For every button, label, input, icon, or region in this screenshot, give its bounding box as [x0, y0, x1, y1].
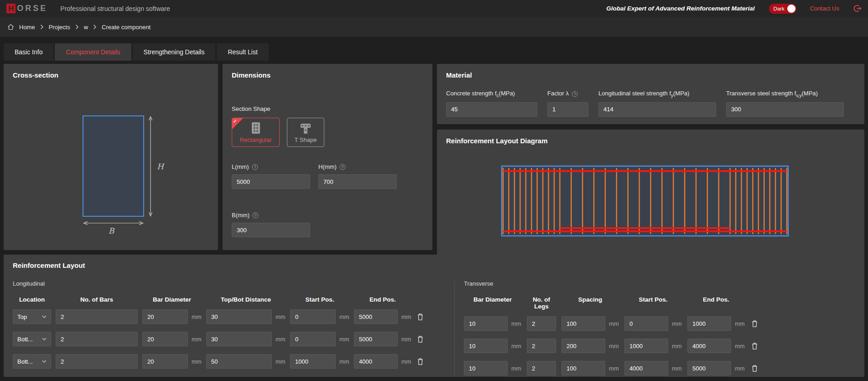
breadcrumb-item-project[interactable]: w	[84, 24, 88, 31]
chevron-right-icon	[93, 24, 97, 30]
shape-option-t-shape[interactable]: T Shape	[287, 118, 324, 147]
top-bot-distance-input[interactable]	[206, 354, 272, 369]
col-start-pos: Start Pos.	[290, 296, 349, 303]
t-section-icon	[300, 123, 311, 134]
bar-diameter-input[interactable]	[142, 354, 188, 369]
help-icon[interactable]: ?	[572, 91, 578, 97]
chevron-down-icon	[42, 338, 47, 340]
location-select[interactable]: Bott...	[13, 332, 51, 346]
breadcrumb-item-projects[interactable]: Projects	[49, 24, 70, 31]
height-input[interactable]	[318, 174, 397, 189]
longitudinal-steel-strength-field: Longitudinal steel strength fy(MPa)	[598, 90, 716, 117]
delete-row-button[interactable]	[750, 364, 761, 373]
help-icon[interactable]: ?	[252, 164, 258, 170]
bar-diameter-input[interactable]	[464, 339, 508, 353]
spacing-input[interactable]	[561, 339, 605, 353]
longitudinal-table: Longitudinal Location No. of Bars Bar Di…	[13, 280, 454, 377]
spacing-input[interactable]	[561, 361, 605, 376]
main-content: Cross-section H B Dimensions Section Sha…	[0, 61, 868, 377]
tab-result-list[interactable]: Result List	[217, 43, 268, 61]
breadcrumb-item-home[interactable]: Home	[19, 24, 35, 31]
top-bot-distance-input[interactable]	[206, 309, 272, 324]
start-pos-input[interactable]	[624, 361, 668, 376]
logout-icon[interactable]	[853, 4, 862, 13]
shape-option-rectangular[interactable]: ✓ Rectangular	[232, 118, 280, 147]
concrete-strength-input[interactable]	[446, 102, 537, 117]
delete-row-button[interactable]	[416, 334, 427, 344]
end-pos-input[interactable]	[687, 361, 731, 376]
num-legs-input[interactable]	[527, 316, 556, 331]
end-pos-input[interactable]	[687, 339, 731, 353]
unit-label: mm	[735, 365, 745, 372]
length-input[interactable]	[232, 174, 310, 189]
reinforcement-layout-panel: Reinforcement Layout Longitudinal Locati…	[4, 255, 864, 377]
unit-label: mm	[401, 358, 411, 365]
num-legs-input[interactable]	[527, 361, 556, 376]
location-select[interactable]: Top	[13, 309, 51, 324]
bar-diameter-input[interactable]	[464, 361, 508, 376]
help-icon[interactable]: ?	[252, 212, 259, 219]
delete-row-button[interactable]	[416, 312, 427, 322]
chevron-right-icon	[75, 24, 79, 30]
app-logo[interactable]: H ORSE	[6, 4, 47, 13]
delete-row-button[interactable]	[750, 341, 761, 351]
home-icon[interactable]	[7, 24, 14, 30]
unit-label: mm	[339, 336, 349, 343]
transverse-steel-strength-input[interactable]	[726, 102, 844, 117]
tab-component-details[interactable]: Component Details	[55, 43, 131, 61]
start-pos-input[interactable]	[290, 309, 336, 324]
breadcrumb: Home Projects w Create component	[0, 17, 868, 37]
reinforcement-layout-title: Reinforcement Layout	[13, 261, 855, 269]
contact-us-link[interactable]: Contact Us	[810, 5, 839, 12]
help-icon[interactable]: ?	[339, 164, 346, 170]
unit-label: mm	[511, 320, 521, 327]
location-select[interactable]: Bott...	[13, 354, 51, 369]
transverse-label: Transverse	[464, 280, 855, 287]
longitudinal-steel-strength-input[interactable]	[598, 102, 716, 117]
cross-section-diagram: H B	[4, 78, 218, 246]
end-pos-input[interactable]	[354, 354, 398, 369]
end-pos-input[interactable]	[354, 309, 398, 324]
width-input[interactable]	[232, 223, 310, 237]
bar-diameter-input[interactable]	[464, 316, 508, 331]
num-bars-input[interactable]	[56, 354, 138, 369]
trash-icon	[751, 342, 758, 350]
num-bars-input[interactable]	[56, 332, 138, 346]
col-end-pos: End Pos.	[354, 296, 411, 303]
start-pos-input[interactable]	[624, 316, 668, 331]
svg-text:?: ?	[254, 213, 256, 218]
num-legs-input[interactable]	[527, 339, 556, 353]
transverse-header-row: Bar Diameter No. of Legs Spacing Start P…	[464, 296, 855, 310]
start-pos-input[interactable]	[624, 339, 668, 353]
bar-diameter-input[interactable]	[142, 332, 188, 346]
delete-row-button[interactable]	[750, 319, 761, 329]
longitudinal-header-row: Location No. of Bars Bar Diameter Top/Bo…	[13, 296, 454, 303]
spacing-input[interactable]	[561, 316, 605, 331]
start-pos-input[interactable]	[290, 354, 336, 369]
factor-lambda-field: Factor λ ?	[547, 90, 588, 117]
unit-label: mm	[609, 365, 619, 372]
num-bars-input[interactable]	[56, 309, 138, 324]
end-pos-input[interactable]	[687, 316, 731, 331]
unit-label: mm	[511, 365, 521, 372]
width-label: B(mm)	[232, 212, 249, 219]
section-rectangle	[83, 116, 144, 216]
bar-diameter-input[interactable]	[142, 309, 188, 324]
theme-toggle[interactable]: Dark	[769, 4, 796, 14]
top-bot-distance-input[interactable]	[206, 332, 272, 346]
tab-basic-info[interactable]: Basic Info	[4, 43, 53, 61]
location-value: Bott...	[17, 336, 33, 343]
col-no-of-bars: No. of Bars	[56, 296, 138, 303]
end-pos-input[interactable]	[354, 332, 398, 346]
chevron-down-icon	[42, 315, 47, 318]
start-pos-input[interactable]	[290, 332, 336, 346]
beam-diagram-svg	[446, 155, 855, 248]
tab-strengthening-details[interactable]: Strengthening Details	[133, 43, 216, 61]
theme-toggle-label: Dark	[773, 6, 784, 11]
trash-icon	[417, 313, 424, 321]
col-start-pos: Start Pos.	[624, 296, 682, 310]
factor-lambda-input[interactable]	[547, 102, 588, 117]
delete-row-button[interactable]	[416, 357, 427, 366]
height-dimension-label: H	[157, 162, 165, 171]
unit-label: mm	[735, 343, 745, 350]
